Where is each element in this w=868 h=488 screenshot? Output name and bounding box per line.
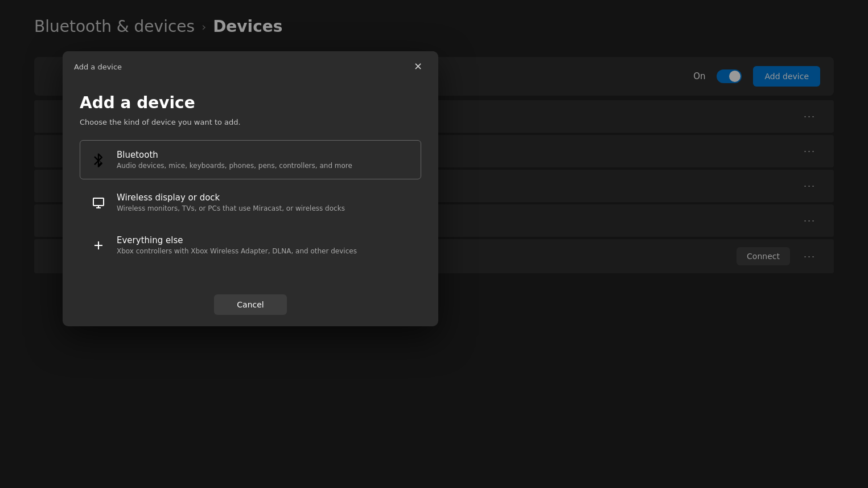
wireless-display-option-text: Wireless display or dock Wireless monito… [117,192,345,212]
add-device-dialog: Add a device ✕ Add a device Choose the k… [63,51,438,326]
dialog-heading: Add a device [80,93,421,112]
bluetooth-option-desc: Audio devices, mice, keyboards, phones, … [117,162,352,170]
dialog-titlebar: Add a device ✕ [63,51,438,82]
dialog-subtitle: Choose the kind of device you want to ad… [80,118,421,126]
wireless-display-option-title: Wireless display or dock [117,192,345,203]
bluetooth-option[interactable]: Bluetooth Audio devices, mice, keyboards… [80,140,421,179]
everything-else-option[interactable]: Everything else Xbox controllers with Xb… [80,225,421,265]
bluetooth-option-title: Bluetooth [117,150,352,160]
dialog-close-button[interactable]: ✕ [409,59,427,74]
monitor-icon [90,195,106,211]
bluetooth-icon [90,152,106,168]
plus-icon [90,237,106,253]
everything-else-option-title: Everything else [117,235,357,245]
bluetooth-option-text: Bluetooth Audio devices, mice, keyboards… [117,150,352,170]
everything-else-option-text: Everything else Xbox controllers with Xb… [117,235,357,255]
dialog-footer: Cancel [63,285,438,326]
cancel-button[interactable]: Cancel [214,294,286,315]
wireless-display-option[interactable]: Wireless display or dock Wireless monito… [80,183,421,222]
dialog-body: Add a device Choose the kind of device y… [63,82,438,285]
wireless-display-option-desc: Wireless monitors, TVs, or PCs that use … [117,204,345,212]
dialog-title: Add a device [74,63,122,71]
everything-else-option-desc: Xbox controllers with Xbox Wireless Adap… [117,247,357,255]
